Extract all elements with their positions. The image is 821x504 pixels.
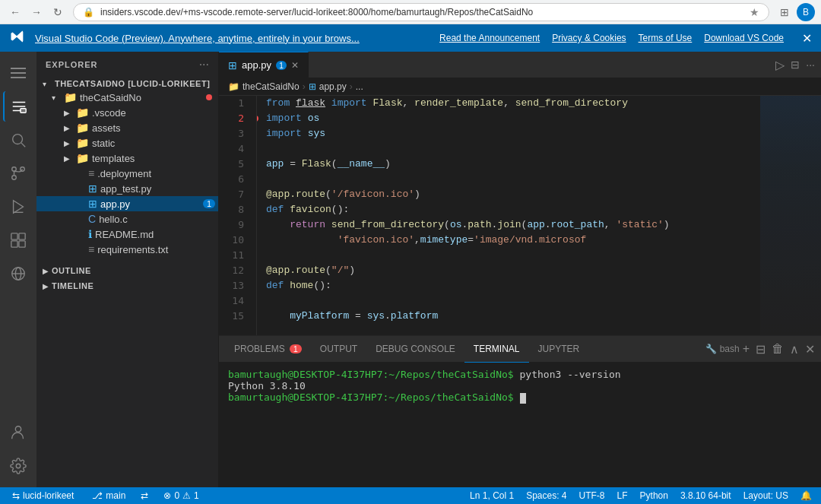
sync-indicator[interactable]: ⇄ — [138, 490, 151, 501]
panel-tab-terminal[interactable]: TERMINAL — [464, 336, 529, 363]
activity-item-source-control[interactable] — [3, 158, 33, 189]
svg-rect-3 — [21, 109, 26, 113]
breadcrumb-folder[interactable]: 📁 theCatSaidNo — [228, 81, 300, 92]
notifications-bell[interactable]: 🔔 — [797, 490, 815, 501]
tree-item-label: static — [92, 138, 218, 149]
timeline-section[interactable]: ▶ TIMELINE — [36, 278, 218, 293]
breadcrumb-symbol[interactable]: ... — [356, 81, 363, 92]
remote-label: lucid-lorikeet — [23, 490, 74, 501]
tree-item-assets[interactable]: ▶ 📁 assets — [36, 120, 218, 135]
bell-icon: 🔔 — [800, 490, 812, 501]
activity-item-search[interactable] — [3, 125, 33, 155]
svg-rect-13 — [11, 241, 17, 247]
line-ending-indicator[interactable]: LF — [614, 490, 631, 501]
tree-item-app-test[interactable]: ⊞ app_test.py — [36, 181, 218, 196]
run-button[interactable]: ▷ — [775, 58, 785, 72]
branch-indicator[interactable]: ⎇ main — [89, 490, 128, 501]
activity-item-explorer[interactable] — [3, 91, 33, 122]
activity-item-remote[interactable] — [3, 258, 33, 289]
svg-rect-12 — [19, 233, 25, 239]
terminal-line-3: bamurtaugh@DESKTOP-4I37HP7:~/Repos/theCa… — [228, 391, 812, 404]
git-branch-icon: ⎇ — [92, 490, 103, 501]
activity-item-accounts[interactable] — [3, 417, 33, 448]
timeline-label: TIMELINE — [52, 281, 94, 290]
tree-item-hello-c[interactable]: C hello.c — [36, 211, 218, 227]
code-line-14 — [266, 293, 812, 309]
activity-item-run[interactable] — [3, 192, 33, 222]
split-editor-button[interactable]: ⊟ — [791, 59, 800, 71]
tree-root-item[interactable]: ▾ THECATSAIDNO [LUCID-LORIKEET] — [36, 78, 218, 90]
language-text: Python — [640, 490, 668, 501]
back-button[interactable]: ← — [6, 3, 24, 21]
more-actions-button[interactable]: ··· — [806, 59, 815, 71]
activity-bar — [0, 52, 36, 487]
vscode-banner: Visual Studio Code (Preview). Anywhere, … — [0, 24, 821, 52]
extensions-button[interactable]: ⊞ — [775, 3, 794, 21]
activity-item-extensions[interactable] — [3, 225, 33, 255]
panel-tabs: PROBLEMS 1 OUTPUT DEBUG CONSOLE TERMINAL… — [219, 336, 821, 363]
tab-close-button[interactable]: ✕ — [291, 60, 299, 71]
close-panel-button[interactable]: ✕ — [805, 342, 815, 357]
encoding-indicator[interactable]: UTF-8 — [576, 490, 608, 501]
debug-console-tab-label: DEBUG CONSOLE — [376, 344, 455, 354]
activity-item-settings[interactable] — [3, 451, 33, 481]
tab-label: app.py — [242, 59, 271, 71]
new-terminal-button[interactable]: + — [743, 342, 750, 356]
banner-close-button[interactable]: ✕ — [802, 31, 812, 46]
panel-tab-jupyter[interactable]: JUPYTER — [529, 336, 589, 363]
tree-item-deployment[interactable]: ≡ .deployment — [36, 166, 218, 181]
indentation-indicator[interactable]: Spaces: 4 — [523, 490, 569, 501]
tree-item-static[interactable]: ▶ 📁 static — [36, 135, 218, 151]
root-label: THECATSAIDNO [LUCID-LORIKEET] — [55, 79, 210, 88]
status-right: Ln 1, Col 1 Spaces: 4 UTF-8 LF Python 3.… — [467, 490, 815, 501]
activity-bar-bottom — [3, 417, 33, 481]
activity-item-menu[interactable] — [3, 58, 33, 88]
outline-section[interactable]: ▶ OUTLINE — [36, 263, 218, 278]
vscode-logo-icon — [9, 29, 24, 48]
unsaved-changes-badge: 1 — [203, 199, 215, 208]
tree-item-templates[interactable]: ▶ 📁 templates — [36, 151, 218, 166]
tree-item-label: .vscode — [92, 107, 218, 119]
maximize-panel-button[interactable]: ∧ — [790, 342, 799, 357]
line-ending-text: LF — [617, 490, 628, 501]
python-version-indicator[interactable]: 3.8.10 64-bit — [677, 490, 734, 501]
tree-item-readme[interactable]: ℹ README.md — [36, 227, 218, 242]
tree-item-label: README.md — [95, 229, 218, 240]
layout-indicator[interactable]: Layout: US — [740, 490, 791, 501]
errors-indicator[interactable]: ⊗ 0 ⚠ 1 — [160, 490, 201, 501]
delete-terminal-button[interactable]: 🗑 — [772, 342, 784, 356]
tab-app-py[interactable]: ⊞ app.py 1 ✕ — [219, 52, 309, 78]
forward-button[interactable]: → — [27, 3, 46, 21]
svg-point-18 — [15, 426, 21, 432]
language-indicator[interactable]: Python — [637, 490, 671, 501]
code-content[interactable]: from flask import Flask, render_template… — [257, 96, 821, 335]
announcement-link[interactable]: Read the Announcement — [439, 33, 540, 43]
reload-button[interactable]: ↻ — [49, 3, 67, 21]
tree-item-vscode[interactable]: ▶ 📁 .vscode — [36, 105, 218, 120]
info-file-icon: ℹ — [88, 228, 92, 240]
panel-tab-problems[interactable]: PROBLEMS 1 — [225, 336, 311, 363]
profile-button[interactable]: B — [797, 3, 815, 21]
breadcrumb-file[interactable]: ⊞ app.py — [309, 81, 347, 92]
privacy-link[interactable]: Privacy & Cookies — [552, 33, 626, 43]
sidebar-more-actions[interactable]: ··· — [199, 58, 209, 71]
tree-item-thecatsaidno[interactable]: ▾ 📁 theCatSaidNo — [36, 90, 218, 105]
code-line-15: myPlatform = sys.platform — [266, 309, 812, 324]
panel-tab-output[interactable]: OUTPUT — [311, 336, 366, 363]
remote-icon: ⇆ — [12, 490, 20, 501]
remote-indicator[interactable]: ⇆ lucid-lorikeet — [6, 490, 80, 501]
problems-count-badge: 1 — [290, 344, 302, 353]
tree-item-app-py[interactable]: ⊞ app.py 1 — [36, 196, 218, 211]
download-link[interactable]: Download VS Code — [704, 33, 784, 43]
split-terminal-button[interactable]: ⊟ — [756, 342, 766, 357]
panel-tab-debug-console[interactable]: DEBUG CONSOLE — [366, 336, 464, 363]
cursor-position[interactable]: Ln 1, Col 1 — [467, 490, 517, 501]
modified-indicator — [206, 94, 212, 100]
terminal-prompt-1: bamurtaugh@DESKTOP-4I37HP7:~/Repos/theCa… — [228, 369, 514, 380]
address-bar[interactable]: 🔒 insiders.vscode.dev/+ms-vscode.remote-… — [73, 3, 769, 21]
code-editor[interactable]: 1 2 3 4 5 6 7 8 9 10 11 12 13 14 15 — [219, 96, 821, 335]
terms-link[interactable]: Terms of Use — [639, 33, 693, 43]
terminal-output[interactable]: bamurtaugh@DESKTOP-4I37HP7:~/Repos/theCa… — [219, 363, 821, 487]
python-version-text: 3.8.10 64-bit — [680, 490, 731, 501]
tree-item-requirements[interactable]: ≡ requirements.txt — [36, 242, 218, 257]
